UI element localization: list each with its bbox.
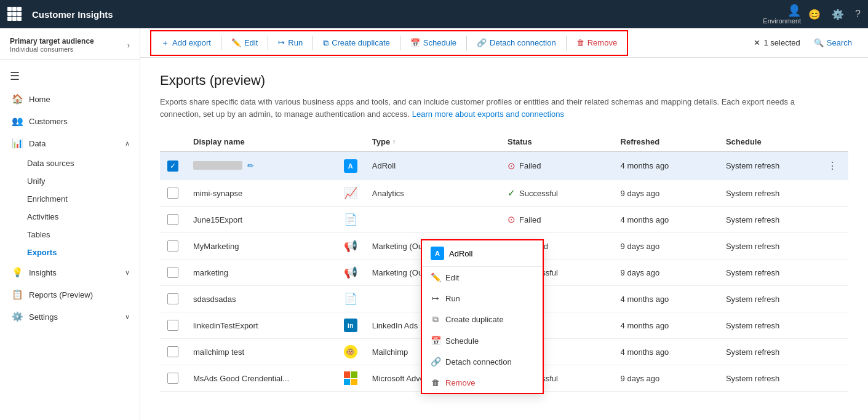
row-schedule-cell: System refresh	[719, 312, 816, 339]
edit-pencil-icon[interactable]: ✏	[247, 161, 254, 170]
sidebar-collapse-icon[interactable]: ›	[127, 41, 130, 50]
row-status-cell: ⊙ Failed	[500, 152, 613, 180]
checkbox-empty[interactable]	[167, 320, 178, 331]
row-name-cell: mimi-synapse	[186, 180, 336, 207]
insights-icon: 💡	[12, 267, 23, 278]
toolbar-right: ✕ 1 selected 🔍 Search	[754, 34, 858, 51]
sort-icon: ↑	[392, 138, 396, 145]
edit-button[interactable]: ✏️ Edit	[225, 34, 264, 51]
detach-connection-button[interactable]: 🔗 Detach connection	[471, 34, 562, 51]
environment-label: 👤 Environment	[763, 4, 801, 25]
user-icon[interactable]: 😊	[808, 9, 821, 20]
primary-audience-label: Primary target audience	[10, 37, 94, 46]
row-icon-cell: 🐵	[336, 339, 365, 365]
sidebar-item-reports[interactable]: 📋 Reports (Preview)	[0, 283, 140, 306]
checkbox-empty[interactable]	[167, 346, 178, 357]
row-icon-cell: A	[336, 152, 365, 180]
context-menu-schedule[interactable]: 📅 Schedule	[422, 330, 543, 351]
nav-data-sources-label: Data sources	[27, 159, 74, 168]
row-name-cell: mailchimp test	[186, 339, 336, 365]
row-schedule-cell: System refresh	[719, 180, 816, 207]
nav-customers-label: Customers	[29, 117, 68, 126]
nav-insights-label: Insights	[29, 268, 57, 277]
blurred-export-name	[193, 161, 242, 170]
row-checkbox-cell[interactable]	[160, 312, 186, 339]
row-checkbox-cell[interactable]	[160, 260, 186, 286]
doc-type-icon: 📄	[344, 213, 357, 226]
checkbox-empty[interactable]	[167, 188, 178, 199]
row-refreshed-cell: 9 days ago	[613, 365, 719, 392]
row-checkbox-cell[interactable]	[160, 207, 186, 233]
sidebar-menu-toggle[interactable]: ☰	[0, 65, 140, 88]
row-status-cell: ✓ Successful	[500, 180, 613, 207]
row-icon-cell: 📄	[336, 207, 365, 233]
run-button[interactable]: ↦ Run	[272, 34, 309, 51]
sidebar-item-enrichment[interactable]: Enrichment	[0, 190, 140, 208]
context-edit-icon: ✏️	[431, 272, 440, 282]
row-name-cell: ✏	[186, 152, 336, 180]
row-actions-cell	[816, 312, 848, 339]
sidebar-item-insights[interactable]: 💡 Insights ∨	[0, 261, 140, 283]
nav-reports-label: Reports (Preview)	[29, 290, 93, 299]
close-selected-icon[interactable]: ✕	[754, 38, 760, 47]
search-button[interactable]: 🔍 Search	[808, 34, 858, 51]
row-actions-cell	[816, 180, 848, 207]
row-checkbox-cell[interactable]	[160, 233, 186, 260]
context-schedule-icon: 📅	[431, 336, 440, 346]
nav-enrichment-label: Enrichment	[27, 194, 68, 204]
col-header-type[interactable]: Type ↑	[365, 132, 500, 152]
toolbar-sep-6	[566, 36, 567, 50]
row-checkbox-cell[interactable]	[160, 180, 186, 207]
sidebar-item-exports[interactable]: Exports	[0, 244, 140, 261]
marketing-type-icon: 📢	[344, 266, 357, 279]
add-export-button[interactable]: ＋ Add export	[155, 34, 217, 52]
row-name-cell: MyMarketing	[186, 233, 336, 260]
row-checkbox-cell[interactable]	[160, 365, 186, 392]
status-success-icon: ✓	[508, 188, 516, 199]
context-detach-icon: 🔗	[431, 357, 440, 367]
context-menu-detach[interactable]: 🔗 Detach connection	[422, 351, 543, 372]
sidebar-item-tables[interactable]: Tables	[0, 226, 140, 244]
settings-icon[interactable]: ⚙️	[832, 9, 844, 20]
context-menu-run[interactable]: ↦ Run	[422, 288, 543, 309]
sidebar-item-data-sources[interactable]: Data sources	[0, 154, 140, 172]
create-duplicate-button[interactable]: ⧉ Create duplicate	[317, 34, 396, 52]
msads-type-icon	[344, 371, 357, 385]
sidebar-item-home[interactable]: 🏠 Home	[0, 88, 140, 110]
schedule-button[interactable]: 📅 Schedule	[404, 34, 463, 51]
status-text: Failed	[519, 215, 541, 224]
checkbox-empty[interactable]	[167, 373, 178, 384]
context-menu-edit[interactable]: ✏️ Edit	[422, 267, 543, 288]
row-actions-button[interactable]: ⋮	[824, 158, 841, 173]
context-menu-remove[interactable]: 🗑 Remove	[422, 372, 543, 393]
main-content: Exports (preview) Exports share specific…	[140, 58, 868, 420]
sidebar-item-activities[interactable]: Activities	[0, 208, 140, 226]
remove-button[interactable]: 🗑 Remove	[570, 34, 623, 51]
row-checkbox-cell[interactable]	[160, 286, 186, 312]
checkbox-checked[interactable]: ✓	[167, 160, 178, 172]
context-menu-duplicate[interactable]: ⧉ Create duplicate	[422, 309, 543, 330]
help-icon[interactable]: ?	[855, 9, 861, 20]
sidebar-item-customers[interactable]: 👥 Customers	[0, 110, 140, 132]
row-schedule-cell: System refresh	[719, 339, 816, 365]
home-icon: 🏠	[12, 93, 23, 105]
sidebar-item-unify[interactable]: Unify	[0, 172, 140, 190]
adroll-type-icon: A	[344, 159, 357, 173]
waffle-menu[interactable]	[7, 7, 22, 22]
action-toolbar-row: ＋ Add export ✏️ Edit ↦ Run ⧉ Create dupl…	[140, 28, 868, 58]
adroll-context-icon: A	[431, 247, 444, 260]
checkbox-empty[interactable]	[167, 240, 178, 252]
nav-home-label: Home	[29, 95, 50, 104]
learn-more-link[interactable]: Learn more about exports and connections	[412, 109, 564, 119]
row-checkbox-cell[interactable]	[160, 339, 186, 365]
sidebar-item-settings[interactable]: ⚙️ Settings ∨	[0, 306, 140, 328]
nav-activities-label: Activities	[27, 212, 58, 221]
sidebar-item-data[interactable]: 📊 Data ∧	[0, 132, 140, 154]
checkbox-empty[interactable]	[167, 293, 178, 304]
toolbar-sep-4	[400, 36, 400, 50]
marketing-type-icon: 📢	[344, 240, 357, 252]
col-header-display-name[interactable]: Display name	[186, 132, 336, 152]
checkbox-empty[interactable]	[167, 214, 178, 225]
checkbox-empty[interactable]	[167, 267, 178, 278]
row-checkbox-cell[interactable]: ✓	[160, 152, 186, 180]
